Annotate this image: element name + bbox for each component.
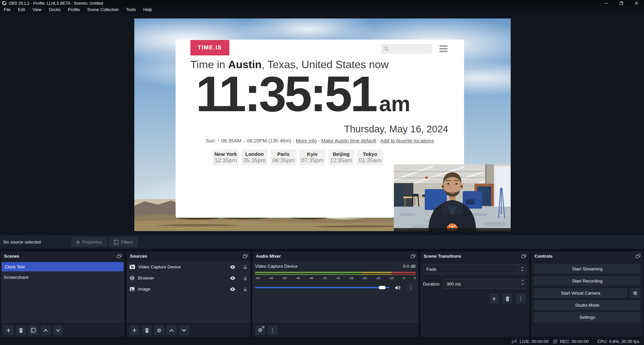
move-source-down-button[interactable]	[179, 325, 189, 335]
restore-button[interactable]	[614, 0, 629, 6]
menu-item-tools[interactable]: Tools	[123, 6, 140, 13]
visibility-icon[interactable]	[230, 287, 236, 291]
lock-icon[interactable]	[243, 276, 247, 281]
popout-dock-icon[interactable]	[636, 254, 641, 258]
scenes-toolbar	[1, 323, 125, 337]
transition-select[interactable]: Fade	[423, 264, 526, 274]
preview-canvas[interactable]: TIME.IS Time in Austin, Texas, United St…	[134, 18, 511, 231]
menu-item-file[interactable]: File	[0, 6, 14, 13]
controls-body: Start Streaming Start Recording Start Vi…	[531, 261, 643, 323]
channel-menu-button[interactable]: ⋮	[407, 283, 415, 292]
menu-item-profile[interactable]: Profile	[64, 6, 83, 13]
volume-slider[interactable]	[255, 285, 389, 291]
menu-item-help[interactable]: Help	[140, 6, 156, 13]
audio-channel-name: Video Capture Device	[255, 264, 297, 269]
meter-scale: -60-55-50-45-40-35-30-25-20-15-10-50	[255, 276, 416, 280]
menu-item-docks[interactable]: Docks	[45, 6, 64, 13]
audio-mixer-panel: Audio Mixer Video Capture Device 0.0 dB …	[252, 251, 418, 337]
city-card-paris: Paris06:35pm	[270, 149, 296, 165]
status-bar: LIVE: 00:00:00 REC: 00:00:00 CPU: 0.6%, …	[0, 338, 644, 345]
city-card-london: London05:35pm	[241, 149, 268, 165]
more-info-link: More info	[296, 138, 317, 143]
move-scene-up-button[interactable]	[41, 325, 51, 335]
clock-meridiem: am	[379, 93, 410, 115]
minimize-button[interactable]	[599, 0, 614, 6]
source-status-text: No source selected	[3, 240, 41, 245]
popout-dock-icon[interactable]	[243, 254, 248, 258]
window-title: OBS 29.1.2 - Profile: LLHLS BETA - Scene…	[9, 1, 103, 6]
remove-transition-button[interactable]	[502, 294, 512, 304]
menu-item-scene-collection[interactable]: Scene Collection	[84, 6, 123, 13]
gear-icon: ⚙	[633, 291, 637, 296]
scene-item-screenshare[interactable]: Screenshare	[1, 272, 125, 282]
start-recording-button[interactable]: Start Recording	[533, 275, 641, 286]
lock-icon[interactable]	[243, 265, 247, 269]
scene-item-clock-test[interactable]: Clock Test	[2, 262, 124, 271]
advanced-audio-button[interactable]: ⚙ ⚙	[255, 325, 265, 335]
properties-button[interactable]: ⚙ Properties	[72, 238, 107, 247]
dock-area: Scenes Clock Test Screenshare Sources	[0, 250, 644, 338]
settings-button[interactable]: Settings	[533, 312, 641, 322]
city-card-beijing: Beijing12:35am	[328, 149, 354, 165]
sources-header: Sources	[127, 251, 250, 261]
transition-selected-value: Fade	[423, 267, 518, 272]
rec-time: REC: 00:00:00	[560, 339, 589, 344]
volume-slider-handle[interactable]	[379, 286, 385, 289]
audio-mixer-header: Audio Mixer	[252, 251, 418, 261]
remove-source-button[interactable]	[142, 325, 152, 335]
duration-spinner[interactable]: 300 ms	[443, 279, 526, 289]
source-properties-button[interactable]: ⚙	[154, 325, 164, 335]
menu-item-edit[interactable]: Edit	[14, 6, 29, 13]
popout-dock-icon[interactable]	[411, 254, 416, 258]
transition-menu-button[interactable]: ⋮	[516, 294, 526, 304]
city-card-tokyo: Tokyo01:35am	[357, 149, 383, 165]
visibility-icon[interactable]	[230, 265, 236, 269]
stream-inactive-icon	[511, 339, 517, 344]
duration-label: Duration	[423, 282, 440, 287]
add-source-button[interactable]	[129, 325, 139, 335]
chevron-up-icon[interactable]	[521, 280, 524, 282]
lock-icon[interactable]	[243, 287, 247, 292]
controls-header: Controls	[531, 251, 643, 261]
close-button[interactable]	[629, 0, 644, 6]
speaker-icon[interactable]	[395, 285, 401, 290]
studio-mode-button[interactable]: Studio Mode	[533, 300, 641, 310]
popout-dock-icon[interactable]	[117, 254, 122, 258]
scene-transitions-body: Fade Duration 300 ms	[420, 261, 529, 323]
cpu-fps-stats: CPU: 0.6%, 30.00 fps	[597, 339, 639, 344]
move-scene-down-button[interactable]	[53, 325, 63, 335]
hamburger-menu-icon	[440, 45, 448, 52]
add-transition-button[interactable]	[489, 294, 499, 304]
small-gear-icon: ⚙	[262, 326, 265, 329]
timeis-search-input	[381, 44, 432, 54]
chevron-up-icon	[521, 267, 524, 269]
filters-button[interactable]: Filters	[109, 238, 137, 247]
filters-icon	[114, 240, 119, 245]
audio-mixer-toolbar: ⚙ ⚙ ⋮	[252, 323, 418, 337]
virtual-camera-settings-button[interactable]: ⚙	[629, 288, 641, 298]
visibility-icon[interactable]	[230, 276, 236, 280]
scene-filters-button[interactable]	[28, 325, 38, 335]
source-row-video-capture-device[interactable]: Video Capture Device	[127, 261, 250, 272]
world-cities-row: New York12:35pm London05:35pm Paris06:35…	[213, 149, 383, 165]
add-scene-button[interactable]	[3, 325, 13, 335]
start-streaming-button[interactable]: Start Streaming	[533, 263, 641, 274]
menu-bar: File Edit View Docks Profile Scene Colle…	[0, 6, 644, 13]
timeis-logo: TIME.IS	[190, 40, 229, 55]
chevron-down-icon[interactable]	[521, 283, 524, 285]
remove-scene-button[interactable]	[16, 325, 26, 335]
source-row-image[interactable]: Image	[127, 284, 250, 295]
popout-dock-icon[interactable]	[521, 254, 526, 258]
menu-item-view[interactable]: View	[29, 6, 45, 13]
start-virtual-camera-button[interactable]: Start Virtual Camera	[533, 288, 628, 298]
mixer-menu-button[interactable]: ⋮	[268, 325, 278, 335]
move-source-up-button[interactable]	[167, 325, 177, 335]
globe-icon	[130, 275, 135, 281]
scenes-list: Clock Test Screenshare	[1, 261, 125, 323]
controls-panel: Controls Start Streaming Start Recording…	[531, 251, 643, 337]
add-favorite-link: Add to favorite locations	[380, 138, 434, 143]
window-controls	[599, 0, 644, 6]
obs-logo-icon	[2, 1, 6, 5]
preview-area: TIME.IS Time in Austin, Texas, United St…	[0, 13, 644, 235]
source-row-browser[interactable]: Browser	[127, 272, 250, 284]
